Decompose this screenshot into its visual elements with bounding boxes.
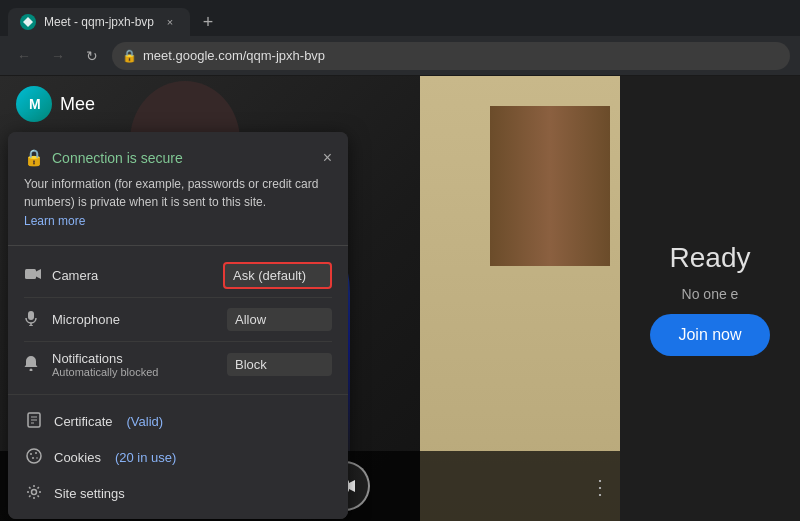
svg-point-22 [32,489,37,494]
active-tab[interactable]: Meet - qqm-jpxh-bvp × [8,8,190,36]
camera-label: Camera [52,268,223,283]
site-settings-row[interactable]: Site settings [24,475,332,511]
shelf-decoration [490,106,610,266]
svg-point-18 [30,453,32,455]
right-panel: Ready No one e Join now [620,76,800,521]
meet-header: M Mee [0,76,111,132]
meet-title: Mee [60,94,95,115]
certificate-icon [24,412,44,431]
address-bar[interactable]: 🔒 meet.google.com/qqm-jpxh-bvp [112,42,790,70]
no-one-text: No one e [682,286,739,302]
security-section: 🔒 Connection is secure × Your informatio… [8,132,348,246]
notifications-dropdown[interactable]: Ask (default) Allow Block [227,353,332,376]
refresh-button[interactable]: ↻ [78,42,106,70]
certificate-row[interactable]: Certificate (Valid) [24,403,332,439]
learn-more-link[interactable]: Learn more [24,214,85,228]
camera-permission-row: Camera Ask (default) Allow Block [24,254,332,298]
svg-rect-9 [28,311,34,320]
more-options-right[interactable]: ⋮ [590,475,610,499]
svg-point-17 [27,449,41,463]
svg-text:M: M [29,96,41,112]
notifications-sublabel: Automatically blocked [52,366,227,378]
security-popup: 🔒 Connection is secure × Your informatio… [8,132,348,519]
shield-icon: 🔒 [24,148,44,167]
certificate-label: Certificate [54,414,113,429]
main-content: M Mee ••• ⋮ [0,76,800,521]
permissions-section: Camera Ask (default) Allow Block [8,246,348,394]
site-settings-label: Site settings [54,486,125,501]
notifications-permission-row: Notifications Automatically blocked Ask … [24,342,332,386]
ready-heading: Ready [670,242,751,274]
notifications-dropdown-wrapper[interactable]: Ask (default) Allow Block [227,353,332,376]
tab-favicon [20,14,36,30]
camera-dropdown-wrapper[interactable]: Ask (default) Allow Block [223,262,332,289]
cookies-icon [24,448,44,467]
microphone-dropdown[interactable]: Ask (default) Allow Block [227,308,332,331]
address-text: meet.google.com/qqm-jpxh-bvp [143,48,325,63]
notifications-label: Notifications [52,351,227,366]
security-title: Connection is secure [52,150,183,166]
svg-rect-7 [25,269,36,279]
forward-button[interactable]: → [44,42,72,70]
tab-title: Meet - qqm-jpxh-bvp [44,15,154,29]
join-now-button[interactable]: Join now [650,314,769,356]
security-title-row: 🔒 Connection is secure [24,148,183,167]
svg-point-19 [35,452,37,454]
browser-chrome: Meet - qqm-jpxh-bvp × + ← → ↻ 🔒 meet.goo… [0,0,800,76]
info-section: Certificate (Valid) Cookies (20 in use) [8,394,348,519]
cookies-row[interactable]: Cookies (20 in use) [24,439,332,475]
toolbar: ← → ↻ 🔒 meet.google.com/qqm-jpxh-bvp [0,36,800,76]
svg-marker-6 [349,480,355,492]
svg-point-20 [32,457,34,459]
notifications-icon [24,355,52,374]
site-settings-icon [24,484,44,503]
microphone-dropdown-wrapper[interactable]: Ask (default) Allow Block [227,308,332,331]
camera-dropdown[interactable]: Ask (default) Allow Block [223,262,332,289]
cookies-sublabel: (20 in use) [115,450,176,465]
meet-logo: M [16,86,52,122]
new-tab-button[interactable]: + [194,8,222,36]
security-header: 🔒 Connection is secure × [24,148,332,167]
lock-icon: 🔒 [122,49,137,63]
notifications-label-group: Notifications Automatically blocked [52,351,227,378]
svg-point-21 [36,457,38,459]
camera-icon [24,267,52,284]
popup-close-button[interactable]: × [323,149,332,167]
security-description: Your information (for example, passwords… [24,175,332,211]
microphone-permission-row: Microphone Ask (default) Allow Block [24,298,332,342]
microphone-label: Microphone [52,312,227,327]
back-button[interactable]: ← [10,42,38,70]
tab-bar: Meet - qqm-jpxh-bvp × + [0,0,800,36]
svg-point-12 [30,368,33,371]
certificate-sublabel: (Valid) [127,414,164,429]
cookies-label: Cookies [54,450,101,465]
svg-marker-8 [36,269,41,279]
tab-close-button[interactable]: × [162,14,178,30]
microphone-icon [24,310,52,329]
